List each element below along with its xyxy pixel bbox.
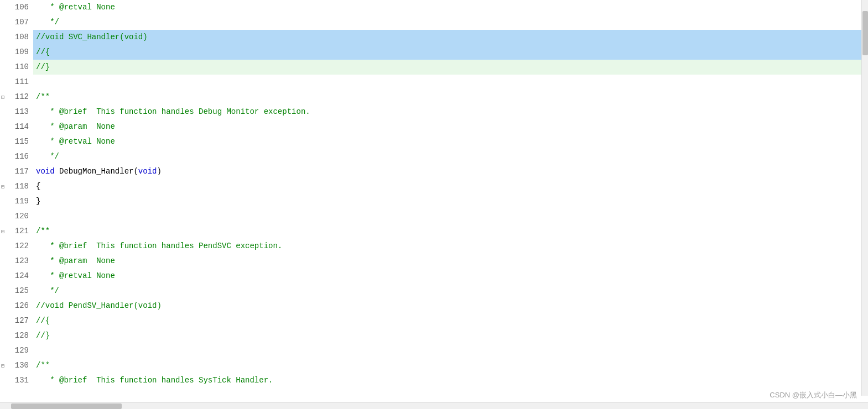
line-number: 110	[0, 60, 33, 75]
code-line: * @brief This function handles SysTick H…	[33, 373, 868, 388]
code-line: {	[33, 179, 868, 194]
line-number: ⊟112	[0, 90, 33, 104]
line-number: 116	[0, 149, 33, 164]
line-number: 114	[0, 119, 33, 134]
line-number: 131	[0, 373, 33, 388]
line-number: 117	[0, 164, 33, 179]
scrollbar-thumb-horizontal[interactable]	[11, 403, 122, 409]
code-line: * @param None	[33, 254, 868, 269]
line-number: ⊟130	[0, 358, 33, 373]
line-number: 109	[0, 45, 33, 60]
line-number: 108	[0, 30, 33, 45]
line-number: 126	[0, 298, 33, 313]
code-line: */	[33, 284, 868, 298]
code-line: * @param None	[33, 119, 868, 134]
code-line: }	[33, 194, 868, 209]
line-number: 127	[0, 313, 33, 328]
code-line: //}	[33, 60, 868, 75]
line-number: 106	[0, 0, 33, 15]
horizontal-scrollbar[interactable]	[0, 402, 868, 409]
line-number: ⊟118	[0, 179, 33, 194]
code-line: * @retval None	[33, 134, 868, 149]
editor-container: 106107108109110111⊟112113114115116117⊟11…	[0, 0, 868, 409]
line-number: 129	[0, 343, 33, 358]
code-line: */	[33, 15, 868, 30]
line-number: 119	[0, 194, 33, 209]
line-number: 122	[0, 239, 33, 254]
watermark: CSDN @嵌入式小白—小黑	[770, 390, 857, 400]
code-line: //}	[33, 328, 868, 343]
line-number: 113	[0, 104, 33, 119]
code-line	[33, 209, 868, 224]
line-number: ⊟121	[0, 224, 33, 239]
code-line: //{	[33, 45, 868, 60]
code-line: //{	[33, 313, 868, 328]
line-number: 120	[0, 209, 33, 224]
line-number: 124	[0, 269, 33, 284]
line-number: 111	[0, 75, 33, 90]
line-number: 107	[0, 15, 33, 30]
line-number: 128	[0, 328, 33, 343]
code-line: //void SVC_Handler(void)	[33, 30, 868, 45]
line-number: 125	[0, 284, 33, 298]
line-number: 115	[0, 134, 33, 149]
code-line: void DebugMon_Handler(void)	[33, 164, 868, 179]
code-line: */	[33, 149, 868, 164]
code-line	[33, 75, 868, 90]
code-area: 106107108109110111⊟112113114115116117⊟11…	[0, 0, 868, 402]
code-line: * @retval None	[33, 269, 868, 284]
line-numbers-column: 106107108109110111⊟112113114115116117⊟11…	[0, 0, 33, 402]
vertical-scrollbar[interactable]	[861, 0, 868, 396]
scrollbar-thumb-vertical[interactable]	[862, 11, 868, 55]
code-line: * @brief This function handles Debug Mon…	[33, 104, 868, 119]
code-line	[33, 343, 868, 358]
code-line: /**	[33, 224, 868, 239]
code-line: * @retval None	[33, 0, 868, 15]
line-number: 123	[0, 254, 33, 269]
code-line: /**	[33, 90, 868, 104]
code-line: * @brief This function handles PendSVC e…	[33, 239, 868, 254]
code-content[interactable]: * @retval None *///void SVC_Handler(void…	[33, 0, 868, 402]
code-line: //void PendSV_Handler(void)	[33, 298, 868, 313]
code-line: /**	[33, 358, 868, 373]
